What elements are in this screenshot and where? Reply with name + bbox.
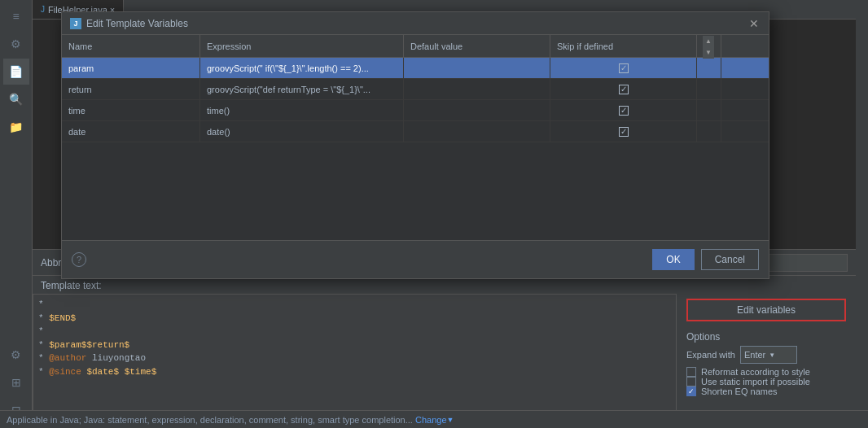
- options-title: Options: [686, 331, 846, 343]
- status-bar: Applicable in Java; Java: statement, exp…: [0, 410, 868, 428]
- table-row[interactable]: return groovyScript("def returnType = \"…: [62, 79, 769, 100]
- edit-variables-button[interactable]: Edit variables: [686, 299, 846, 321]
- dialog-footer: ? OK Cancel: [62, 240, 769, 278]
- cell-skip-2[interactable]: [550, 100, 697, 120]
- dialog-title-left: J Edit Template Variables: [70, 18, 188, 29]
- reformat-label: Reformat according to style: [701, 367, 810, 377]
- template-editor[interactable]: * * $END$ * * $param$$return$ * @author …: [33, 294, 677, 428]
- expand-with-label: Expand with: [686, 350, 735, 360]
- table-row[interactable]: param groovyScript(" if(\"${_1}\".length…: [62, 58, 769, 79]
- editor-line-0: *: [38, 298, 671, 312]
- editor-line-3: * $param$$return$: [38, 338, 671, 352]
- col-header-default: Default value: [404, 35, 550, 57]
- table-header: Name Expression Default value Skip if de…: [62, 35, 769, 58]
- sidebar-icon-4[interactable]: 🔍: [3, 86, 29, 112]
- cell-name-3: date: [62, 121, 200, 142]
- sidebar-icon-1[interactable]: ≡: [3, 3, 29, 29]
- checkbox-0[interactable]: [619, 63, 629, 73]
- select-arrow-icon: ▼: [769, 352, 775, 359]
- cell-default-0: [404, 58, 550, 78]
- footer-left: ?: [72, 252, 86, 267]
- cell-skip-3[interactable]: [550, 121, 697, 142]
- main-area: J FileHelper.java × J Edit Template Vari…: [33, 0, 856, 428]
- static-import-label: Use static import if possible: [701, 377, 810, 387]
- sidebar-icon-bottom-1[interactable]: ⚙: [3, 342, 29, 368]
- col-header-name: Name: [62, 35, 200, 57]
- col-header-expression: Expression: [200, 35, 404, 57]
- cell-expr-3: date(): [200, 121, 404, 142]
- editor-line-2: *: [38, 325, 671, 338]
- cancel-button[interactable]: Cancel: [701, 249, 759, 270]
- static-import-checkbox[interactable]: [686, 377, 696, 387]
- col-header-scroll: ▲ ▼: [697, 35, 721, 57]
- expand-with-row: Expand with Enter ▼: [686, 346, 846, 364]
- dialog-title-text: Edit Template Variables: [86, 18, 188, 29]
- dialog-table-area: Name Expression Default value Skip if de…: [62, 35, 769, 240]
- template-options: Edit variables Options Expand with Enter…: [677, 294, 856, 428]
- status-change-link[interactable]: Change: [415, 415, 447, 425]
- table-row[interactable]: time time(): [62, 100, 769, 121]
- cell-name-2: time: [62, 100, 200, 120]
- help-button[interactable]: ?: [72, 252, 86, 267]
- scroll-down-arrow[interactable]: ▼: [703, 47, 714, 59]
- scroll-up-arrow[interactable]: ▲: [703, 36, 714, 47]
- tab-icon: J: [41, 5, 45, 14]
- status-dropdown-icon[interactable]: ▼: [447, 416, 454, 424]
- dialog-close-button[interactable]: ✕: [747, 17, 761, 30]
- shorten-eq-checkbox[interactable]: [686, 387, 696, 396]
- col-header-skip: Skip if defined: [550, 35, 697, 57]
- table-row[interactable]: date date(): [62, 121, 769, 142]
- left-sidebar: ≡ ⚙ 📄 🔍 📁 ⚙ ⊞ ⊟: [0, 0, 33, 428]
- cell-skip-0[interactable]: [550, 58, 697, 78]
- cell-name-1: return: [62, 79, 200, 99]
- table-body: param groovyScript(" if(\"${_1}\".length…: [62, 58, 769, 240]
- options-section: Options Expand with Enter ▼ Reformat acc…: [686, 331, 846, 396]
- footer-right: OK Cancel: [652, 249, 759, 270]
- ok-button[interactable]: OK: [652, 249, 694, 270]
- checkbox-row-reformat[interactable]: Reformat according to style: [686, 367, 846, 377]
- checkbox-2[interactable]: [619, 106, 629, 116]
- cell-skip-1[interactable]: [550, 79, 697, 99]
- dialog-title-bar: J Edit Template Variables ✕: [62, 12, 769, 35]
- shorten-eq-label: Shorten EQ names: [701, 387, 778, 396]
- cell-name-0: param: [62, 58, 200, 78]
- reformat-checkbox[interactable]: [686, 367, 696, 377]
- checkbox-1[interactable]: [619, 85, 629, 94]
- editor-line-5: * @since $date$ $time$: [38, 365, 671, 379]
- sidebar-icon-2[interactable]: ⚙: [3, 31, 29, 57]
- expand-with-value: Enter: [744, 350, 765, 360]
- cell-expr-0: groovyScript(" if(\"${_1}\".length() == …: [200, 58, 404, 78]
- checkbox-row-static[interactable]: Use static import if possible: [686, 377, 846, 387]
- cell-scroll-0: [697, 58, 721, 78]
- cell-default-2: [404, 100, 550, 120]
- cell-scroll-2: [697, 100, 721, 120]
- cell-default-3: [404, 121, 550, 142]
- sidebar-icon-3[interactable]: 📄: [3, 59, 29, 85]
- cell-default-1: [404, 79, 550, 99]
- cell-scroll-3: [697, 121, 721, 142]
- checkbox-3[interactable]: [619, 127, 629, 137]
- cell-expr-2: time(): [200, 100, 404, 120]
- editor-col: * * $END$ * * $param$$return$ * @author …: [33, 294, 677, 428]
- editor-line-1: * $END$: [38, 312, 671, 325]
- sidebar-icon-5[interactable]: 📁: [3, 114, 29, 140]
- table-empty-area: [62, 142, 769, 240]
- template-text-label: Template text:: [41, 280, 102, 291]
- expand-with-select[interactable]: Enter ▼: [740, 346, 797, 364]
- editor-line-4: * @author liuyongtao: [38, 352, 671, 365]
- cell-scroll-1: [697, 79, 721, 99]
- status-text: Applicable in Java; Java: statement, exp…: [7, 415, 413, 425]
- dialog-title-icon: J: [70, 18, 81, 29]
- template-section: * * $END$ * * $param$$return$ * @author …: [33, 294, 856, 428]
- right-scrollbar[interactable]: [856, 0, 868, 428]
- checkbox-row-shorten[interactable]: Shorten EQ names: [686, 387, 846, 396]
- cell-expr-1: groovyScript("def returnType = \"${_1}\"…: [200, 79, 404, 99]
- sidebar-icon-bottom-2[interactable]: ⊞: [3, 369, 29, 395]
- edit-template-variables-dialog: J Edit Template Variables ✕ Name Express…: [61, 11, 769, 279]
